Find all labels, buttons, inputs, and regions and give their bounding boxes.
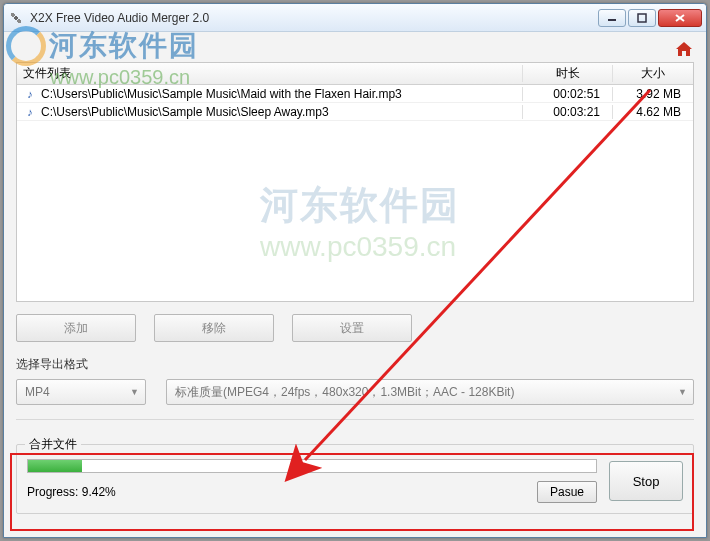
- client-area: 文件列表 时长 大小 ♪C:\Users\Public\Music\Sample…: [4, 32, 706, 537]
- svg-rect-1: [638, 14, 646, 22]
- file-list[interactable]: 文件列表 时长 大小 ♪C:\Users\Public\Music\Sample…: [16, 62, 694, 302]
- progress-percent: 9.42%: [82, 485, 116, 499]
- stop-button[interactable]: Stop: [609, 461, 683, 501]
- container-combo[interactable]: MP4 ▼: [16, 379, 146, 405]
- titlebar[interactable]: X2X Free Video Audio Merger 2.0: [4, 4, 706, 32]
- add-button[interactable]: 添加: [16, 314, 136, 342]
- remove-button[interactable]: 移除: [154, 314, 274, 342]
- progress-label: Progress:: [27, 485, 78, 499]
- list-header: 文件列表 时长 大小: [17, 63, 693, 85]
- chevron-down-icon: ▼: [130, 387, 139, 397]
- maximize-icon: [637, 13, 647, 23]
- file-path: C:\Users\Public\Music\Sample Music\Maid …: [41, 87, 402, 101]
- window-title: X2X Free Video Audio Merger 2.0: [30, 11, 598, 25]
- chevron-down-icon: ▼: [678, 387, 687, 397]
- format-section-label: 选择导出格式: [16, 356, 694, 373]
- container-value: MP4: [25, 385, 50, 399]
- list-row[interactable]: ♪C:\Users\Public\Music\Sample Music\Maid…: [17, 85, 693, 103]
- progress-group-label: 合并文件: [25, 436, 81, 453]
- pause-button[interactable]: Pasue: [537, 481, 597, 503]
- progress-group: 合并文件 Progress: 9.42% Pasue Stop: [16, 444, 694, 514]
- settings-button[interactable]: 设置: [292, 314, 412, 342]
- app-icon: [8, 10, 24, 26]
- progress-fill: [28, 460, 82, 472]
- progress-bar: [27, 459, 597, 473]
- file-size: 4.62 MB: [613, 105, 693, 119]
- quality-value: 标准质量(MPEG4，24fps，480x320，1.3MBit；AAC - 1…: [175, 384, 514, 401]
- maximize-button[interactable]: [628, 9, 656, 27]
- music-icon: ♪: [23, 87, 37, 101]
- file-duration: 00:03:21: [523, 105, 613, 119]
- col-header-duration[interactable]: 时长: [523, 65, 613, 82]
- music-icon: ♪: [23, 105, 37, 119]
- separator: [16, 419, 694, 420]
- list-row[interactable]: ♪C:\Users\Public\Music\Sample Music\Slee…: [17, 103, 693, 121]
- close-icon: [674, 13, 686, 23]
- file-duration: 00:02:51: [523, 87, 613, 101]
- minimize-button[interactable]: [598, 9, 626, 27]
- col-header-size[interactable]: 大小: [613, 65, 693, 82]
- file-path: C:\Users\Public\Music\Sample Music\Sleep…: [41, 105, 329, 119]
- file-size: 3.92 MB: [613, 87, 693, 101]
- app-window: X2X Free Video Audio Merger 2.0 文件列表 时长 …: [3, 3, 707, 538]
- close-button[interactable]: [658, 9, 702, 27]
- home-icon[interactable]: [674, 40, 694, 58]
- minimize-icon: [607, 13, 617, 23]
- col-header-file[interactable]: 文件列表: [17, 65, 523, 82]
- quality-combo[interactable]: 标准质量(MPEG4，24fps，480x320，1.3MBit；AAC - 1…: [166, 379, 694, 405]
